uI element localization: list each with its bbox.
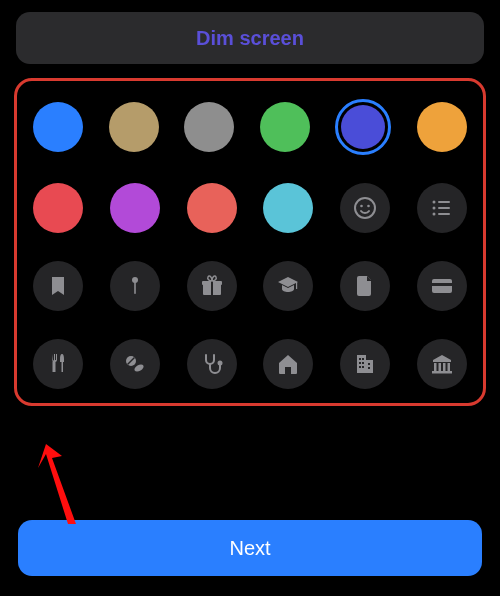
svg-rect-30 [434,363,437,371]
icon-row-2 [29,339,471,389]
gift-icon[interactable] [187,261,237,311]
smiley-icon[interactable] [340,183,390,233]
color-purple[interactable] [110,183,160,233]
color-orange[interactable] [417,102,467,152]
svg-point-19 [217,361,222,366]
svg-point-5 [432,207,435,210]
svg-rect-34 [432,371,452,374]
next-button-label: Next [229,537,270,560]
dim-screen-label: Dim screen [196,27,304,50]
svg-rect-23 [362,358,364,360]
svg-rect-6 [438,207,450,209]
list-icon[interactable] [417,183,467,233]
svg-rect-8 [438,213,450,215]
svg-rect-22 [359,358,361,360]
graduation-icon[interactable] [263,261,313,311]
color-row-1 [29,99,471,155]
svg-point-7 [432,213,435,216]
svg-rect-31 [438,363,441,371]
svg-rect-16 [432,283,452,286]
color-coral[interactable] [187,183,237,233]
document-icon[interactable] [340,261,390,311]
pin-icon[interactable] [110,261,160,311]
utensils-icon[interactable] [33,339,83,389]
bank-icon[interactable] [417,339,467,389]
svg-rect-32 [443,363,446,371]
color-blue[interactable] [33,102,83,152]
next-button[interactable]: Next [18,520,482,576]
building-icon[interactable] [340,339,390,389]
svg-rect-29 [368,367,370,369]
svg-rect-24 [359,362,361,364]
svg-rect-27 [362,366,364,368]
color-green[interactable] [260,102,310,152]
annotation-arrow [28,436,98,526]
icon-row-1 [29,261,471,311]
color-red[interactable] [33,183,83,233]
svg-point-18 [133,363,145,373]
svg-rect-4 [438,201,450,203]
svg-rect-21 [366,360,373,373]
color-cyan[interactable] [263,183,313,233]
selection-panel [14,78,486,406]
svg-rect-14 [296,282,297,289]
color-gray[interactable] [184,102,234,152]
card-icon[interactable] [417,261,467,311]
bookmark-icon[interactable] [33,261,83,311]
svg-rect-33 [447,363,450,371]
color-row-2 [29,183,471,233]
svg-rect-25 [362,362,364,364]
color-indigo-selected[interactable] [335,99,391,155]
svg-rect-20 [357,355,366,373]
svg-point-3 [432,201,435,204]
svg-rect-26 [359,366,361,368]
pills-icon[interactable] [110,339,160,389]
house-icon[interactable] [263,339,313,389]
svg-point-2 [367,205,370,208]
stethoscope-icon[interactable] [187,339,237,389]
color-tan[interactable] [109,102,159,152]
svg-rect-10 [134,282,136,294]
svg-rect-28 [368,363,370,365]
dim-screen-button[interactable]: Dim screen [16,12,484,64]
svg-point-0 [355,198,375,218]
svg-rect-13 [211,281,213,295]
svg-point-1 [360,205,363,208]
